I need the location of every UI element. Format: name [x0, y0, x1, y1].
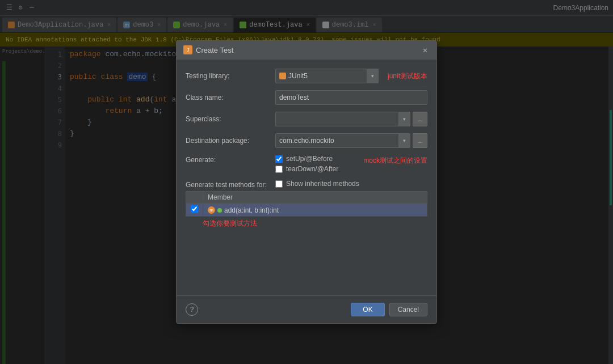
- help-button[interactable]: ?: [186, 303, 198, 316]
- generate-checkboxes: setUp/@Before tearDown/@After: [275, 155, 354, 173]
- table-row-checkbox-cell: [186, 204, 203, 217]
- testing-library-control: JUnit5 ▾: [275, 69, 379, 83]
- testing-library-dropdown-arrow[interactable]: ▾: [367, 69, 379, 83]
- table-member-header: Member: [203, 192, 427, 204]
- destination-row: Destination package: ▾ ...: [186, 133, 427, 148]
- destination-input[interactable]: [275, 133, 399, 148]
- superclass-dropdown-arrow[interactable]: ▾: [399, 112, 410, 126]
- cancel-button[interactable]: Cancel: [389, 303, 427, 316]
- setup-checkbox-row: setUp/@Before: [275, 155, 354, 163]
- dialog-icon: J: [183, 45, 192, 54]
- select-methods-callout: 勾选你要测试方法: [203, 219, 427, 228]
- teardown-label: tearDown/@After: [286, 165, 338, 173]
- mock-setup-callout: mock测试之间的设置: [363, 155, 427, 166]
- testing-library-select-wrap: JUnit5 ▾: [275, 69, 379, 83]
- method-icon-green: [217, 208, 222, 213]
- destination-select-wrap: ▾: [275, 133, 410, 148]
- superclass-select-wrap: ▾: [275, 112, 410, 126]
- superclass-row: Superclass: ▾ ...: [186, 112, 427, 126]
- setup-label: setUp/@Before: [286, 155, 333, 163]
- destination-browse-button[interactable]: ...: [413, 133, 427, 148]
- junit-icon: [279, 73, 286, 79]
- create-test-dialog: J Create Test ✕ Testing library: JUnit5 …: [176, 40, 437, 324]
- testing-library-label: Testing library:: [186, 72, 271, 80]
- dialog-close-button[interactable]: ✕: [421, 45, 430, 54]
- class-name-label: Class name:: [186, 94, 271, 101]
- testing-library-row: Testing library: JUnit5 ▾ junit测试版本: [186, 69, 427, 83]
- class-name-control: demoTest: [275, 90, 427, 105]
- dialog-title: J Create Test: [183, 45, 233, 54]
- junit-callout: junit测试版本: [388, 71, 427, 81]
- teardown-checkbox-row: tearDown/@After: [275, 165, 354, 173]
- testing-library-value-display: JUnit5: [275, 69, 367, 83]
- generate-label: Generate:: [186, 155, 271, 164]
- dialog-title-bar: J Create Test ✕: [177, 41, 436, 60]
- dialog-body: Testing library: JUnit5 ▾ junit测试版本 Clas…: [177, 60, 436, 295]
- dialog-title-text: Create Test: [196, 46, 233, 54]
- member-table: Member m add(a:int, b:int):int: [186, 191, 427, 217]
- superclass-input[interactable]: [275, 112, 399, 126]
- table-row-method-cell: m add(a:int, b:int):int: [203, 204, 427, 217]
- generate-methods-row: Generate test methods for: Show inherite…: [186, 180, 427, 189]
- dialog-overlay: J Create Test ✕ Testing library: JUnit5 …: [0, 0, 613, 364]
- table-check-col: [186, 192, 203, 204]
- destination-label: Destination package:: [186, 137, 271, 145]
- method-icon-m: m: [208, 206, 215, 214]
- teardown-checkbox[interactable]: [275, 166, 283, 173]
- testing-library-text: JUnit5: [288, 72, 308, 80]
- class-name-row: Class name: demoTest: [186, 90, 427, 105]
- destination-control: ▾ ...: [275, 133, 427, 148]
- table-row[interactable]: m add(a:int, b:int):int: [186, 204, 427, 217]
- setup-checkbox[interactable]: [275, 155, 283, 163]
- footer-buttons: OK Cancel: [351, 303, 427, 316]
- superclass-control: ▾ ...: [275, 112, 427, 126]
- show-inherited-label: Show inherited methods: [286, 180, 359, 188]
- ok-button[interactable]: OK: [351, 303, 384, 316]
- method-checkbox[interactable]: [191, 205, 198, 213]
- show-inherited-wrap: Show inherited methods: [275, 180, 359, 188]
- dialog-footer: ? OK Cancel: [177, 295, 436, 323]
- destination-dropdown-arrow[interactable]: ▾: [399, 133, 410, 148]
- class-name-input[interactable]: demoTest: [275, 90, 427, 105]
- generate-row: Generate: setUp/@Before tearDown/@After …: [186, 155, 427, 173]
- superclass-browse-button[interactable]: ...: [413, 112, 427, 126]
- show-inherited-checkbox[interactable]: [275, 180, 283, 188]
- method-name: add(a:int, b:int):int: [224, 206, 279, 214]
- superclass-label: Superclass:: [186, 115, 271, 123]
- generate-methods-label: Generate test methods for:: [186, 180, 271, 189]
- method-cell-content: m add(a:int, b:int):int: [208, 206, 279, 214]
